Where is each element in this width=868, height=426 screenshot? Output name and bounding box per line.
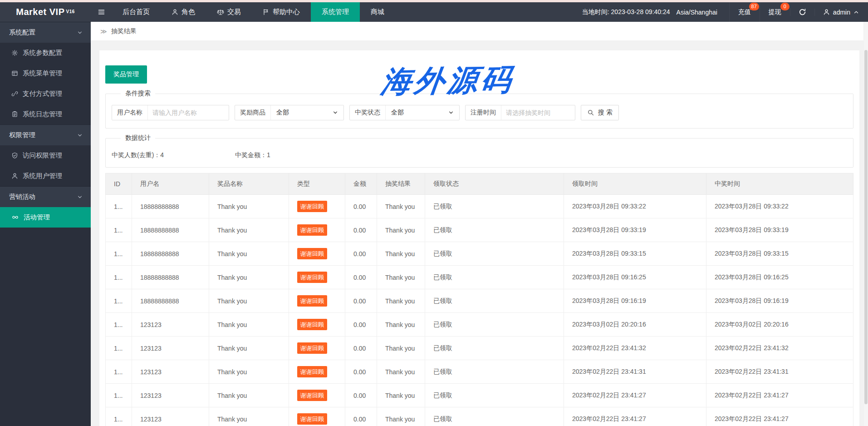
table-cell: 2023年03月28日 09:16:19 <box>706 289 853 313</box>
table-cell: 1... <box>106 313 132 337</box>
sidebar-item-label: 系统日志管理 <box>23 110 62 119</box>
nav-item[interactable]: 角色 <box>161 2 206 22</box>
window-icon <box>11 70 18 77</box>
hamburger-icon[interactable] <box>91 2 112 22</box>
table-cell: 1... <box>106 242 132 266</box>
nav-item[interactable]: 帮助中心 <box>252 2 311 22</box>
sidebar-group-header[interactable]: 权限管理 <box>0 124 91 145</box>
stats-legend: 数据统计 <box>121 134 155 142</box>
scales-icon <box>217 9 224 16</box>
table-cell: Thank you <box>377 360 425 384</box>
app-logo-version: V16 <box>66 9 74 14</box>
type-badge: 谢谢回顾 <box>297 390 327 401</box>
table-header-cell: 中奖时间 <box>706 173 853 195</box>
table-cell: 0.00 <box>345 218 377 242</box>
nav-item-label: 商城 <box>371 8 384 16</box>
table-cell: Thank you <box>209 407 289 426</box>
table-row: 1...18888888888Thank you谢谢回顾0.00Thank yo… <box>106 195 853 218</box>
table-cell: Thank you <box>209 289 289 313</box>
table-header-cell: 领取状态 <box>425 173 564 195</box>
table-cell: 1... <box>106 266 132 289</box>
table-cell: 2023年02月22日 23:41:27 <box>564 384 706 407</box>
sidebar-group-header[interactable]: 营销活动 <box>0 186 91 207</box>
search-form-row: 用户名称 奖励商品 全部 中奖状态 全部 注册时间 <box>112 105 847 120</box>
table-cell: 2023年02月22日 23:41:27 <box>564 407 706 426</box>
status-select-group: 中奖状态 全部 <box>349 105 460 120</box>
prize-manage-button[interactable]: 奖品管理 <box>105 65 147 84</box>
table-cell: 18888888888 <box>132 266 209 289</box>
link-icon <box>11 90 18 97</box>
draw-time-input[interactable] <box>501 105 575 120</box>
sidebar-item-label: 系统参数配置 <box>23 49 62 57</box>
table-cell: 2023年03月28日 09:33:15 <box>706 242 853 266</box>
table-cell: Thank you <box>377 407 425 426</box>
table-cell: 123123 <box>132 313 209 337</box>
table-cell: 已领取 <box>425 289 564 313</box>
nav-item[interactable]: 系统管理 <box>311 2 360 22</box>
table-header-cell: 奖品名称 <box>209 173 289 195</box>
table-cell: 已领取 <box>425 337 564 360</box>
type-badge: 谢谢回顾 <box>297 413 327 425</box>
type-badge: 谢谢回顾 <box>297 366 327 377</box>
app-logo-text: Market VIP <box>16 7 64 17</box>
app-logo: Market VIPV16 <box>0 2 91 22</box>
vertical-scrollbar[interactable] <box>864 22 868 426</box>
table-cell: Thank you <box>209 218 289 242</box>
sidebar-group-header[interactable]: 系统配置 <box>0 22 91 43</box>
table-cell: 2023年02月22日 23:41:31 <box>706 360 853 384</box>
table-cell: 0.00 <box>345 360 377 384</box>
navbar-right: 当地时间: 2023-03-28 09:40:24 Asia/Shanghai … <box>582 2 868 22</box>
table-row: 1...123123Thank you谢谢回顾0.00Thank you已领取2… <box>106 313 853 337</box>
sidebar-item[interactable]: 支付方式管理 <box>0 84 91 104</box>
draw-time-label: 注册时间 <box>466 105 501 120</box>
table-cell: 谢谢回顾 <box>289 242 345 266</box>
search-button[interactable]: 搜 索 <box>581 105 619 120</box>
sidebar-group-label: 系统配置 <box>9 28 35 37</box>
sidebar-group-label: 权限管理 <box>9 131 35 139</box>
product-select[interactable]: 全部 <box>271 105 343 120</box>
username-input[interactable] <box>148 105 229 120</box>
table-cell: 谢谢回顾 <box>289 407 345 426</box>
sidebar-item[interactable]: 系统参数配置 <box>0 43 91 63</box>
nav-item[interactable]: 商城 <box>360 2 395 22</box>
table-row: 1...18888888888Thank you谢谢回顾0.00Thank yo… <box>106 242 853 266</box>
sidebar-item[interactable]: 系统用户管理 <box>0 166 91 186</box>
table-cell: 已领取 <box>425 384 564 407</box>
table-cell: 2023年03月28日 09:16:19 <box>564 289 706 313</box>
table-cell: 0.00 <box>345 384 377 407</box>
sidebar-item[interactable]: 活动管理 <box>0 207 91 228</box>
table-cell: 已领取 <box>425 407 564 426</box>
table-cell: Thank you <box>377 218 425 242</box>
refresh-icon[interactable] <box>790 8 814 16</box>
admin-menu[interactable]: admin <box>814 9 868 16</box>
recharge-button[interactable]: 充值 87 <box>729 2 760 22</box>
table-row: 1...18888888888Thank you谢谢回顾0.00Thank yo… <box>106 289 853 313</box>
nav-item[interactable]: 后台首页 <box>112 2 161 22</box>
table-cell: 0.00 <box>345 266 377 289</box>
table-cell: 2023年03月28日 09:16:25 <box>564 266 706 289</box>
stats-fieldset: 数据统计 中奖人数(去重)：4 中奖金额：1 <box>105 134 853 168</box>
sidebar-group-label: 营销活动 <box>9 193 35 201</box>
scrollbar-thumb[interactable] <box>864 50 868 404</box>
username-field-group: 用户名称 <box>112 105 229 120</box>
status-select[interactable]: 全部 <box>386 105 459 120</box>
table-cell: 谢谢回顾 <box>289 337 345 360</box>
nav-item-label: 系统管理 <box>322 8 349 16</box>
breadcrumb-arrow-icon: ≫ <box>100 28 107 35</box>
withdraw-button[interactable]: 提现 0 <box>760 2 790 22</box>
table-header-cell: 金额 <box>345 173 377 195</box>
search-button-label: 搜 索 <box>598 109 613 117</box>
table-cell: 1... <box>106 218 132 242</box>
table-cell: 2023年02月22日 23:41:32 <box>706 337 853 360</box>
winners-stat: 中奖人数(去重)：4 <box>112 151 235 159</box>
content-card: 海外源码 奖品管理 条件搜索 用户名称 奖励商品 全部 中奖状态 全部 <box>99 50 859 426</box>
clipboard-icon <box>11 111 18 118</box>
chevron-up-icon <box>853 10 859 15</box>
sidebar-item[interactable]: 系统日志管理 <box>0 104 91 124</box>
table-cell: 1... <box>106 384 132 407</box>
table-cell: 0.00 <box>345 289 377 313</box>
nav-item-label: 角色 <box>181 8 195 16</box>
sidebar-item[interactable]: 系统菜单管理 <box>0 63 91 84</box>
nav-item[interactable]: 交易 <box>206 2 252 22</box>
sidebar-item[interactable]: 访问权限管理 <box>0 145 91 166</box>
